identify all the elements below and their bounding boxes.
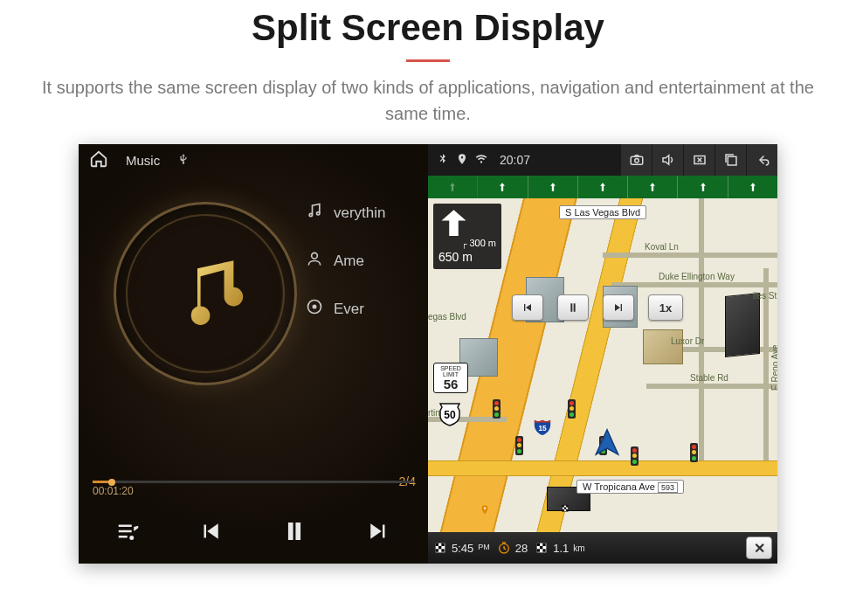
svg-rect-12 bbox=[563, 505, 564, 507]
recents-button[interactable] bbox=[714, 144, 746, 176]
svg-rect-27 bbox=[543, 543, 546, 546]
street-label-koval: Koval Ln bbox=[645, 242, 679, 252]
wifi-icon bbox=[475, 153, 487, 168]
remaining-time-value: 28 bbox=[515, 542, 528, 555]
elapsed-time: 00:01:20 bbox=[93, 485, 134, 497]
nav-close-button[interactable]: ✕ bbox=[746, 536, 772, 559]
artist-row: Ame bbox=[306, 250, 428, 272]
svg-rect-16 bbox=[566, 509, 568, 511]
artist-name: Ame bbox=[334, 253, 364, 270]
album-name: Ever bbox=[334, 301, 364, 318]
svg-text:15: 15 bbox=[538, 425, 547, 433]
music-app-title: Music bbox=[126, 153, 160, 168]
vehicle-position-icon bbox=[592, 427, 622, 457]
eta-segment[interactable]: 5:45PM bbox=[433, 541, 490, 555]
navigation-app: 20:07 bbox=[428, 144, 777, 564]
street-label-giles: iles St bbox=[753, 291, 777, 301]
turn-total-distance: 650 m bbox=[438, 250, 496, 264]
album-row: Ever bbox=[306, 298, 428, 320]
svg-rect-21 bbox=[438, 546, 441, 549]
sim-prev-button[interactable] bbox=[512, 294, 543, 321]
street-label-reno: E Reno Ave bbox=[770, 344, 777, 391]
nav-footer: 5:45PM 28 1.1 km ✕ bbox=[428, 532, 777, 564]
device-screen: Music verythin bbox=[79, 144, 777, 564]
eta-value: 5:45 bbox=[452, 542, 473, 555]
street-label-luxor: Luxor Dr bbox=[671, 336, 704, 346]
lane-5 bbox=[628, 176, 678, 198]
home-icon[interactable] bbox=[89, 149, 108, 171]
music-body: verythin Ame Ever bbox=[79, 176, 428, 481]
volume-button[interactable] bbox=[652, 144, 683, 176]
svg-rect-20 bbox=[441, 543, 444, 546]
svg-rect-28 bbox=[540, 546, 542, 549]
speed-limit-sign: SPEED LIMIT 56 bbox=[433, 363, 468, 393]
svg-rect-22 bbox=[436, 549, 438, 551]
svg-point-10 bbox=[484, 508, 486, 509]
prev-track-button[interactable] bbox=[197, 518, 224, 548]
now-playing-title: verythin bbox=[334, 204, 386, 222]
traffic-light-icon bbox=[690, 443, 698, 462]
traffic-light-icon bbox=[515, 436, 523, 455]
turn-instruction: ┌ 300 m 650 m bbox=[433, 204, 501, 269]
building bbox=[725, 293, 760, 357]
remaining-dist-segment[interactable]: 1.1 km bbox=[535, 541, 584, 555]
destination-pin-icon bbox=[479, 504, 491, 516]
music-small-icon bbox=[306, 202, 323, 224]
svg-rect-13 bbox=[566, 505, 568, 507]
back-button[interactable] bbox=[746, 144, 777, 176]
lane-1 bbox=[428, 176, 478, 198]
street-label-stable: Stable Rd bbox=[690, 373, 728, 383]
street-label-vegas-short: egas Blvd bbox=[428, 312, 466, 322]
next-track-button[interactable] bbox=[365, 518, 391, 548]
playlist-button[interactable] bbox=[115, 518, 142, 548]
checkered-pin-icon bbox=[559, 504, 571, 516]
svg-point-2 bbox=[312, 253, 318, 259]
location-icon bbox=[456, 153, 468, 168]
play-pause-button[interactable] bbox=[280, 516, 309, 550]
map-canvas[interactable]: S Las Vegas Blvd Koval Ln Duke Ellington… bbox=[428, 198, 777, 532]
page-subtitle: It supports the same screen display of t… bbox=[26, 74, 830, 127]
svg-rect-5 bbox=[631, 156, 643, 164]
street-label-s-las-vegas: S Las Vegas Blvd bbox=[559, 205, 646, 219]
svg-rect-29 bbox=[537, 549, 540, 551]
remaining-dist-unit: km bbox=[573, 543, 584, 553]
person-icon bbox=[306, 250, 323, 272]
svg-rect-23 bbox=[441, 549, 444, 551]
svg-text:50: 50 bbox=[444, 409, 456, 421]
disc-icon bbox=[306, 298, 323, 320]
svg-rect-15 bbox=[563, 509, 564, 511]
bluetooth-icon bbox=[437, 153, 449, 168]
svg-rect-26 bbox=[537, 543, 540, 546]
traffic-light-icon bbox=[568, 399, 576, 419]
progress-bar[interactable] bbox=[93, 481, 414, 483]
lane-4 bbox=[578, 176, 628, 198]
road-minor bbox=[603, 253, 777, 258]
svg-rect-30 bbox=[543, 549, 546, 551]
interstate-shield-icon: 15 bbox=[533, 417, 552, 436]
screenshot-button[interactable] bbox=[620, 144, 652, 176]
building bbox=[643, 329, 683, 364]
page-title: Split Screen Display bbox=[0, 7, 856, 49]
road-minor bbox=[699, 198, 704, 460]
lane-3 bbox=[528, 176, 578, 198]
lane-7 bbox=[728, 176, 777, 198]
music-statusbar: Music bbox=[79, 144, 428, 176]
remaining-dist-value: 1.1 bbox=[553, 542, 569, 555]
sim-pause-button[interactable] bbox=[557, 294, 589, 321]
clock-time: 20:07 bbox=[500, 153, 530, 167]
svg-point-0 bbox=[309, 213, 312, 216]
svg-point-4 bbox=[313, 305, 315, 308]
remaining-time-segment[interactable]: 28 bbox=[497, 541, 528, 555]
album-art-ring bbox=[114, 202, 297, 385]
now-playing-row: verythin bbox=[306, 202, 428, 224]
street-label-tropicana: W Tropicana Ave 593 bbox=[576, 480, 684, 494]
sim-speed-button[interactable]: 1x bbox=[648, 294, 683, 321]
title-underline bbox=[406, 59, 450, 62]
sim-next-button[interactable] bbox=[603, 294, 634, 321]
close-app-button[interactable] bbox=[683, 144, 714, 176]
lane-guidance-bar bbox=[428, 176, 777, 198]
tropicana-road bbox=[428, 460, 777, 476]
street-label-duke: Duke Ellington Way bbox=[659, 272, 735, 281]
svg-rect-19 bbox=[436, 543, 438, 546]
traffic-light-icon bbox=[493, 399, 500, 419]
